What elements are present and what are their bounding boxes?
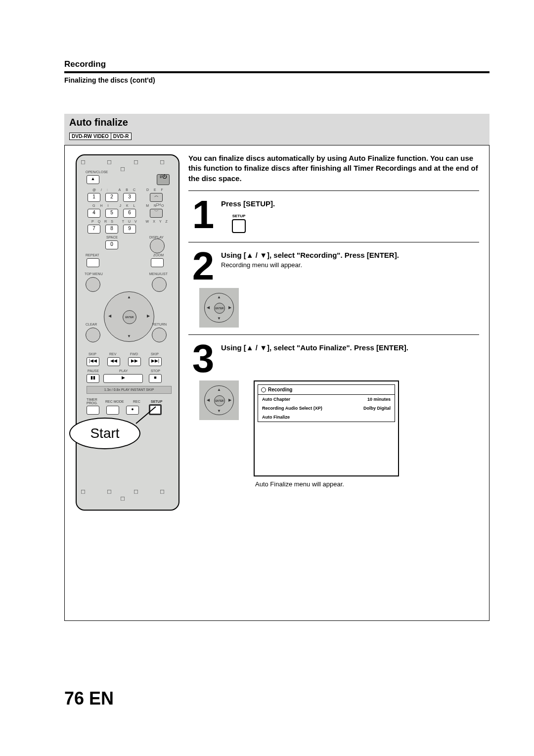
keypad-abc-label: @/: ABC DEF: [92, 188, 168, 191]
page-number: 76: [64, 688, 84, 709]
step-2: 2 Using [▲ / ▼], select "Recording". Pre…: [188, 249, 479, 283]
timer-label: TIMER PROG.: [87, 398, 98, 405]
ch-label: CH: [156, 203, 161, 206]
header-rule: [64, 71, 490, 73]
pause-button: ▮▮: [87, 374, 99, 383]
topic-title: Auto finalize: [69, 117, 485, 128]
manual-page: Recording Finalizing the discs (cont'd) …: [0, 0, 534, 756]
zoom-label: ZOOM: [153, 253, 164, 257]
rec-label: REC: [133, 400, 140, 403]
step-3: 3 Using [▲ / ▼], select "Auto Finalize".…: [188, 342, 479, 376]
menulist-button: [152, 277, 167, 292]
ch-down-button: ﹀: [150, 209, 163, 218]
pause-label: PAUSE: [88, 369, 99, 373]
enter-center-icon-2: ENTER: [214, 395, 225, 406]
step-3-title: Using [▲ / ▼], select "Auto Finalize". P…: [221, 343, 479, 353]
step-2-sub: Recording menu will appear.: [221, 261, 479, 269]
enter-dpad-icon: ▲ ▼ ◀ ▶ ENTER: [199, 288, 239, 328]
dpad: ▲ ▼ ◀ ▶ ENTER: [104, 291, 153, 341]
content-frame: ◻ ◻ ◻ ◻ ◻ OPEN/CLOSE ▲ I/⏻ @/: ABC DEF 1…: [64, 145, 490, 621]
remote-diagram: ◻ ◻ ◻ ◻ ◻ OPEN/CLOSE ▲ I/⏻ @/: ABC DEF 1…: [76, 154, 182, 511]
space-label: SPACE: [106, 236, 118, 239]
remote-bottom-dots: ◻ ◻ ◻ ◻ ◻: [77, 488, 178, 502]
clear-button: [86, 328, 100, 342]
eject-button: ▲: [87, 175, 99, 184]
keypad-pqrs-label: PQRS TUV WXYZ: [91, 220, 172, 223]
setup-label: SETUP: [151, 400, 162, 403]
step-2-num: 2: [188, 249, 218, 283]
fwd-label: FWD: [130, 352, 138, 356]
rev-button: ◀◀: [107, 357, 120, 366]
timer-button: [87, 406, 99, 415]
key-0: 0: [105, 240, 118, 249]
key-9: 9: [123, 225, 136, 234]
menulist-label: MENU/LIST: [149, 272, 168, 276]
chapter-label: Recording: [64, 59, 490, 69]
osd-row-2-label: Recording Audio Select (XP): [262, 406, 322, 411]
stop-button: ■: [149, 374, 162, 383]
fwd-button: ▶▶: [128, 357, 141, 366]
zoom-button: [151, 258, 164, 267]
return-button: [152, 328, 167, 342]
topmenu-button: [86, 277, 100, 292]
setup-button-icon: SETUP: [232, 214, 246, 235]
key-8: 8: [105, 225, 118, 234]
separator-3: [188, 334, 479, 335]
section-subtitle: Finalizing the discs (cont'd): [64, 76, 490, 84]
separator-2: [188, 242, 479, 242]
key-6: 6: [123, 209, 136, 218]
osd-title: Recording: [258, 385, 395, 395]
osd-row-1: Auto Chapter 10 minutes: [258, 395, 395, 404]
key-4: 4: [88, 209, 100, 218]
recmode-button: [106, 406, 119, 415]
play-button: ▶: [103, 374, 143, 383]
skipfwd-button: ▶▶|: [149, 357, 162, 366]
osd-row-1-value: 10 minutes: [367, 397, 391, 402]
osd-row-2: Recording Audio Select (XP) Dolby Digita…: [258, 404, 395, 413]
display-button: [150, 238, 165, 253]
osd-row-1-label: Auto Chapter: [262, 397, 290, 402]
steps-column: You can finalize discs automatically by …: [188, 153, 479, 488]
intro-text: You can finalize discs automatically by …: [188, 153, 479, 184]
osd-row-3-label: Auto Finalize: [262, 415, 290, 420]
badge-dvdrw: DVD-RW VIDEO: [69, 133, 111, 140]
key-1: 1: [88, 193, 100, 202]
skipback-button: |◀◀: [87, 357, 99, 366]
enter-center-icon: ENTER: [214, 303, 225, 314]
topic-band: Auto finalize DVD-RW VIDEODVD-R: [64, 114, 490, 145]
ch-up-button: ︿: [150, 193, 163, 202]
step-1-num: 1: [188, 198, 218, 232]
key-2: 2: [105, 193, 118, 202]
record-icon: [261, 387, 266, 392]
play-label: PLAY: [119, 369, 128, 373]
step-2-title: Using [▲ / ▼], select "Recording". Press…: [221, 250, 479, 260]
osd-menu: Recording Auto Chapter 10 minutes Record…: [254, 380, 399, 476]
stop-label: STOP: [151, 369, 160, 373]
open-close-label: OPEN/CLOSE: [86, 170, 108, 174]
osd-row-2-value: Dolby Digital: [363, 406, 391, 411]
step-3-after: Auto Finalize menu will appear.: [255, 480, 479, 488]
osd-row-3: Auto Finalize: [258, 413, 395, 422]
power-button: I/⏻: [157, 174, 170, 185]
step-1: 1 Press [SETUP]. SETUP: [188, 198, 479, 235]
skip-label: SKIP: [89, 352, 96, 356]
topmenu-label: TOP MENU: [85, 272, 103, 276]
enter-button: ENTER: [123, 310, 136, 324]
osd-title-text: Recording: [268, 387, 292, 392]
key-5: 5: [105, 209, 118, 218]
clear-label: CLEAR: [86, 323, 97, 326]
skip2-label: SKIP: [151, 352, 159, 356]
return-label: RETURN: [152, 323, 167, 326]
recmode-label: REC MODE: [105, 400, 124, 403]
page-footer: 76 EN: [64, 688, 114, 709]
key-3: 3: [123, 193, 136, 202]
page-lang: EN: [89, 688, 114, 709]
step-1-title: Press [SETUP].: [221, 199, 479, 209]
step-3-num: 3: [188, 342, 218, 376]
speed-label: 1.3x / 0.8x PLAY INSTANT SKIP: [87, 386, 172, 394]
enter-dpad-icon-2: ▲ ▼ ◀ ▶ ENTER: [199, 380, 239, 420]
remote-body: ◻ ◻ ◻ ◻ ◻ OPEN/CLOSE ▲ I/⏻ @/: ABC DEF 1…: [76, 154, 179, 511]
repeat-label: REPEAT: [86, 253, 99, 257]
separator-1: [188, 190, 479, 191]
key-7: 7: [88, 225, 100, 234]
